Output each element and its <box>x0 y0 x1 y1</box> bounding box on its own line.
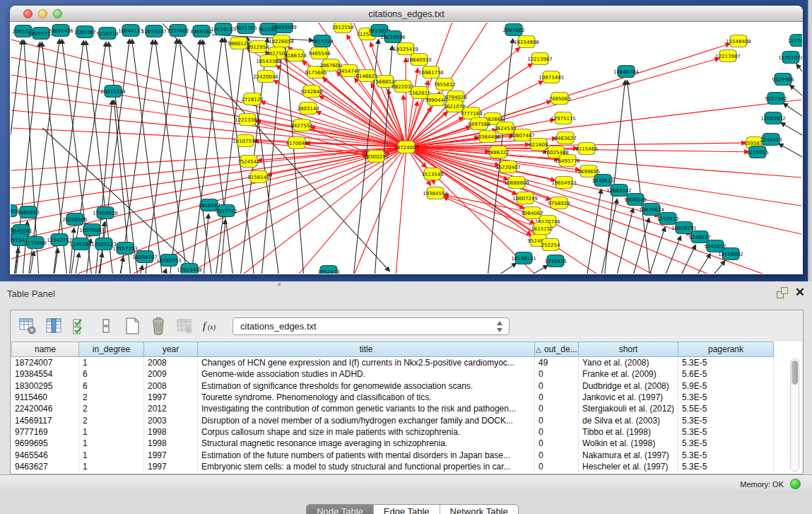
cell-short[interactable]: Stergiakouli et al. (2012) <box>579 403 678 414</box>
cell-name[interactable]: 9465546 <box>11 449 79 460</box>
cited-paper-node[interactable]: 20364486 <box>475 131 500 143</box>
cited-paper-node[interactable]: 9463627 <box>554 132 576 144</box>
cell-in_degree[interactable]: 1 <box>79 438 144 449</box>
network-canvas[interactable]: 1872400718300295193845541513545986012889… <box>11 23 802 274</box>
cell-year[interactable]: 2008 <box>144 357 198 368</box>
cited-paper-node[interactable]: 1615152 <box>531 223 553 235</box>
cell-short[interactable]: Jankovic et al. (1997) <box>579 392 678 403</box>
network-window-titlebar[interactable]: citations_edges.txt <box>10 6 803 22</box>
citing-paper-node[interactable]: 1252912 <box>657 213 678 225</box>
cell-in_degree[interactable]: 1 <box>79 357 144 368</box>
citing-paper-node[interactable]: 8215955 <box>746 146 768 158</box>
table-row[interactable]: 1830029562008Estimation of significance … <box>11 380 802 392</box>
cell-out_de[interactable]: 0 <box>535 380 579 392</box>
cell-title[interactable]: Tourette syndrome. Phenomenology and cla… <box>198 392 535 403</box>
cell-out_de[interactable]: 0 <box>535 392 579 403</box>
cell-short[interactable]: de Silva et al. (2003) <box>579 414 678 426</box>
cell-pagerank[interactable]: 5.3E-5 <box>678 392 774 403</box>
citing-paper-node[interactable]: 16848784 <box>613 66 639 78</box>
tab-node-table[interactable]: Node Table <box>307 505 373 514</box>
cell-name[interactable]: 9699695 <box>11 438 79 449</box>
cell-out_de[interactable]: 0 <box>535 461 579 472</box>
citing-paper-node[interactable]: 9227342 <box>765 93 787 105</box>
cited-paper-node[interactable]: 11548408 <box>726 35 751 47</box>
cited-paper-node[interactable]: 9756928 <box>548 197 570 209</box>
citing-paper-node[interactable]: 1145194 <box>69 238 92 250</box>
cell-in_degree[interactable]: 1 <box>79 449 144 460</box>
cell-short[interactable]: Wolkin et al. (1998) <box>579 438 678 449</box>
cell-out_de[interactable]: 0 <box>535 368 579 380</box>
citing-paper-node[interactable]: 8466161 <box>190 25 212 37</box>
cell-year[interactable]: 2012 <box>144 403 198 414</box>
table-row[interactable]: 1938455462009Genome-wide association stu… <box>11 368 802 380</box>
cells-icon[interactable] <box>97 317 115 335</box>
cited-paper-node[interactable]: 1513545 <box>421 168 443 180</box>
cell-pagerank[interactable]: 5.9E-5 <box>678 380 774 392</box>
citing-paper-node[interactable]: 1244413 <box>760 134 782 146</box>
cited-paper-node[interactable]: 4170046 <box>286 137 308 149</box>
table-select-dropdown[interactable]: citations_edges.txt <box>233 317 510 335</box>
cited-paper-node[interactable]: 16961758 <box>418 66 444 78</box>
cell-in_degree[interactable]: 1 <box>79 426 144 438</box>
cell-title[interactable]: Estimation of the future numbers of pati… <box>198 449 535 460</box>
cell-short[interactable]: Tibbo et al. (1998) <box>579 426 678 438</box>
citing-paper-node[interactable]: 10653287 <box>141 25 167 37</box>
cell-out_de[interactable]: 0 <box>535 403 579 414</box>
cell-in_degree[interactable]: 6 <box>79 380 144 392</box>
column-header-name[interactable]: name <box>11 341 79 357</box>
cell-title[interactable]: Disruption of a novel member of a sodium… <box>198 414 535 426</box>
table-row[interactable]: 911546021997Tourette syndrome. Phenomeno… <box>11 392 802 403</box>
citing-paper-node[interactable]: 14136141 <box>511 252 536 264</box>
cited-paper-node[interactable]: 1912554 <box>331 23 354 33</box>
cell-name[interactable]: 9115460 <box>11 392 79 403</box>
table-scrollbar-thumb[interactable] <box>792 361 798 385</box>
cell-title[interactable]: Estimation of significance thresholds fo… <box>198 380 535 392</box>
citing-paper-node[interactable]: 15751074 <box>778 52 802 64</box>
table-settings-icon[interactable] <box>18 317 37 335</box>
cited-paper-node[interactable]: 18226058 <box>269 35 294 47</box>
cell-name[interactable]: 9777169 <box>11 426 79 438</box>
cell-out_de[interactable]: 0 <box>535 438 579 449</box>
cell-title[interactable]: Corpus callosum shape and size in male p… <box>198 426 535 438</box>
citing-paper-node[interactable]: 1052470 <box>317 266 339 274</box>
citing-paper-node[interactable]: 16044123 <box>118 25 143 37</box>
table-row[interactable]: 1456911722003Disruption of a novel membe… <box>11 414 802 426</box>
tab-edge-table[interactable]: Edge Table <box>373 505 440 514</box>
cell-short[interactable]: Nakamura et al. (1997) <box>579 449 678 460</box>
cell-pagerank[interactable]: 5.5E-5 <box>678 403 774 414</box>
cell-short[interactable]: Yano et al. (2008) <box>579 357 678 368</box>
cell-title[interactable]: Embryonic stem cells: a model to study s… <box>198 461 535 472</box>
cited-paper-node[interactable]: 12213987 <box>715 50 741 62</box>
cited-paper-node[interactable]: 9158149 <box>247 171 269 183</box>
cited-paper-node[interactable]: 19654923 <box>551 177 577 189</box>
network-view-window[interactable]: citations_edges.txt 18724007183002951938… <box>10 6 803 274</box>
citing-paper-node[interactable]: 1733426 <box>544 255 567 267</box>
citing-paper-node[interactable]: 9156734 <box>96 28 119 40</box>
table-row[interactable]: 946362711997Embryonic stem cells: a mode… <box>11 461 802 472</box>
cell-title[interactable]: Changes of HCN gene expression and I(f) … <box>198 357 535 368</box>
select-rows-icon[interactable] <box>71 317 89 335</box>
cell-pagerank[interactable]: 5.3E-5 <box>678 461 774 472</box>
citing-paper-node[interactable]: 9329966 <box>772 74 794 86</box>
cell-year[interactable]: 1997 <box>144 449 198 460</box>
cell-year[interactable]: 1997 <box>144 461 198 472</box>
citing-paper-node[interactable]: 12342757 <box>47 234 72 246</box>
delete-table-icon[interactable] <box>149 317 167 335</box>
cell-name[interactable]: 19384554 <box>11 368 79 380</box>
citing-paper-node[interactable]: 9671355 <box>235 23 257 34</box>
cited-paper-node[interactable]: 7485063 <box>548 93 570 105</box>
cited-paper-node[interactable]: 8186328 <box>284 49 306 62</box>
citing-paper-node[interactable]: 10719155 <box>211 23 236 35</box>
table-scrollbar[interactable] <box>790 358 799 472</box>
cell-pagerank[interactable]: 5.3E-5 <box>678 449 774 460</box>
cell-out_de[interactable]: 0 <box>535 449 579 460</box>
cited-paper-node[interactable]: 621608 <box>529 139 548 151</box>
column-header-pagerank[interactable]: pagerank <box>678 341 774 357</box>
table-body[interactable]: 1872400712008Changes of HCN gene express… <box>11 357 802 472</box>
cited-paper-node[interactable]: 2718126 <box>241 93 264 105</box>
cell-in_degree[interactable]: 1 <box>79 461 144 472</box>
cell-name[interactable]: 9463627 <box>11 461 79 472</box>
cited-paper-node[interactable]: 8427552 <box>290 119 312 132</box>
table-row[interactable]: 977716911998Corpus callosum shape and si… <box>11 426 802 438</box>
cell-short[interactable]: Hescheler et al. (1997) <box>579 461 678 472</box>
